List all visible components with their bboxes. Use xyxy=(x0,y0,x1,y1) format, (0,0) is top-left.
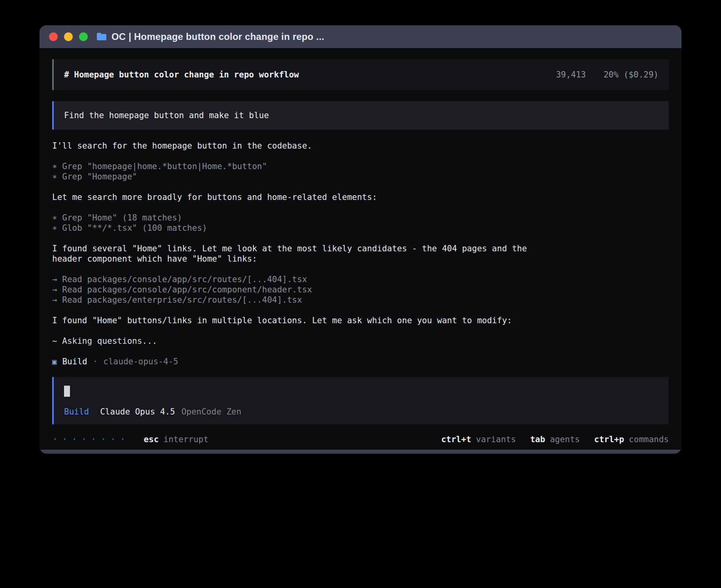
assistant-text: I found several "Home" links. Let me loo… xyxy=(52,243,542,264)
prompt-input[interactable]: Build Claude Opus 4.5 OpenCode Zen xyxy=(52,377,669,424)
conversation: I'll search for the homepage button in t… xyxy=(52,130,542,367)
separator-dot: · xyxy=(93,356,98,367)
spinner-icon: ········ xyxy=(52,434,130,445)
assistant-text: I'll search for the homepage button in t… xyxy=(52,141,542,151)
commands-hint: ctrl+pcommands xyxy=(594,435,669,444)
read-tool-call: → Read packages/console/app/src/routes/[… xyxy=(52,274,542,285)
grep-tool-call: ∗ Grep "Homepage" xyxy=(52,172,542,182)
asking-questions-status: ~ Asking questions... xyxy=(52,336,542,346)
esc-key: esc xyxy=(144,435,159,444)
text-cursor xyxy=(64,386,70,397)
titlebar[interactable]: OC | Homepage button color change in rep… xyxy=(40,25,681,48)
zoom-window-button[interactable] xyxy=(79,32,88,41)
read-tool-call: → Read packages/console/app/src/componen… xyxy=(52,285,542,295)
variants-hint: ctrl+tvariants xyxy=(441,435,516,444)
traffic-lights xyxy=(49,32,88,41)
agent-model: claude-opus-4-5 xyxy=(103,356,178,367)
terminal-content: # Homepage button color change in repo w… xyxy=(40,48,681,450)
session-header: # Homepage button color change in repo w… xyxy=(52,59,669,90)
tool-call-group: ∗ Grep "homepage|home.*button|Home.*butt… xyxy=(52,161,542,182)
title-group: OC | Homepage button color change in rep… xyxy=(96,31,324,42)
folder-icon xyxy=(96,32,107,41)
user-message: Find the homepage button and make it blu… xyxy=(52,101,669,130)
minimize-window-button[interactable] xyxy=(64,32,73,41)
session-stats: 39,413 20% ($0.29) xyxy=(556,70,659,79)
glob-tool-call: ∗ Glob "**/*.tsx" (100 matches) xyxy=(52,223,542,233)
session-title: # Homepage button color change in repo w… xyxy=(64,70,299,79)
agent-attribution-row: ▣ Build · claude-opus-4-5 xyxy=(52,356,542,367)
agent-icon: ▣ xyxy=(52,356,57,367)
window-title: OC | Homepage button color change in rep… xyxy=(111,31,324,42)
esc-label: interrupt xyxy=(164,435,209,444)
assistant-text: Let me search more broadly for buttons a… xyxy=(52,192,542,202)
agents-hint: tabagents xyxy=(530,435,580,444)
model-status-row: Build Claude Opus 4.5 OpenCode Zen xyxy=(64,407,659,416)
read-tool-call: → Read packages/enterprise/src/routes/[.… xyxy=(52,295,542,305)
active-model-label: Claude Opus 4.5 xyxy=(100,407,175,416)
status-bar: ········ escinterrupt ctrl+tvariants tab… xyxy=(52,424,669,445)
grep-tool-call: ∗ Grep "Home" (18 matches) xyxy=(52,213,542,223)
interrupt-hint: escinterrupt xyxy=(144,435,209,444)
grep-tool-call: ∗ Grep "homepage|home.*button|Home.*butt… xyxy=(52,161,542,172)
tool-call-group: ∗ Grep "Home" (18 matches) ∗ Glob "**/*.… xyxy=(52,213,542,233)
close-window-button[interactable] xyxy=(49,32,58,41)
token-count: 39,413 xyxy=(556,70,586,79)
read-tool-group: → Read packages/console/app/src/routes/[… xyxy=(52,274,542,305)
user-message-text: Find the homepage button and make it blu… xyxy=(64,111,269,120)
agent-name: Build xyxy=(62,356,87,367)
context-usage: 20% ($0.29) xyxy=(604,70,659,79)
terminal-window: OC | Homepage button color change in rep… xyxy=(40,25,681,454)
active-agent-label: Build xyxy=(64,407,89,416)
model-provider-label: OpenCode Zen xyxy=(181,407,242,416)
assistant-text: I found "Home" buttons/links in multiple… xyxy=(52,315,542,326)
